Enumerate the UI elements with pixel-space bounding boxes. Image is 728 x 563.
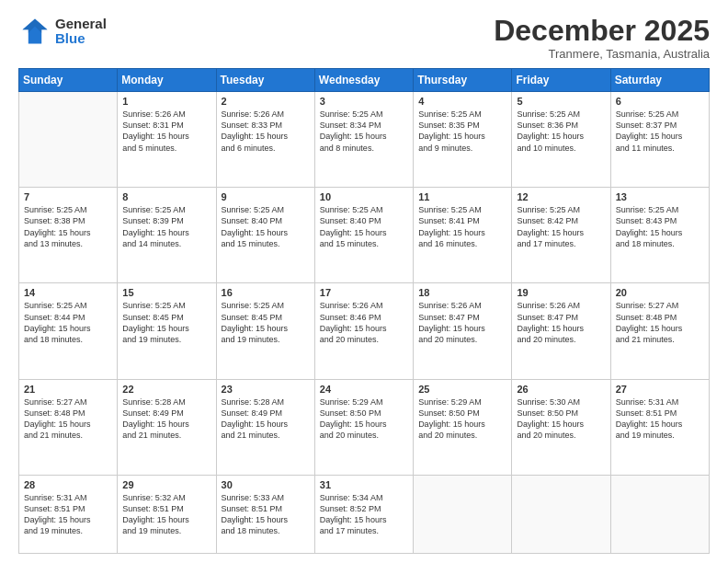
calendar-cell: 24Sunrise: 5:29 AM Sunset: 8:50 PM Dayli… (314, 379, 413, 475)
calendar-cell: 7Sunrise: 5:25 AM Sunset: 8:38 PM Daylig… (19, 188, 118, 283)
logo-text: General Blue (55, 17, 107, 47)
calendar-cell: 2Sunrise: 5:26 AM Sunset: 8:33 PM Daylig… (216, 92, 314, 188)
calendar-week-4: 28Sunrise: 5:31 AM Sunset: 8:51 PM Dayli… (19, 475, 710, 553)
day-detail: Sunrise: 5:26 AM Sunset: 8:31 PM Dayligh… (122, 109, 210, 154)
day-number: 3 (320, 96, 408, 107)
day-number: 30 (222, 479, 310, 490)
day-detail: Sunrise: 5:27 AM Sunset: 8:48 PM Dayligh… (24, 396, 112, 442)
day-number: 24 (320, 384, 408, 395)
day-number: 26 (517, 384, 605, 395)
calendar-cell: 8Sunrise: 5:25 AM Sunset: 8:39 PM Daylig… (118, 188, 216, 283)
day-detail: Sunrise: 5:25 AM Sunset: 8:38 PM Dayligh… (24, 204, 112, 249)
day-detail: Sunrise: 5:26 AM Sunset: 8:47 PM Dayligh… (517, 300, 605, 345)
day-detail: Sunrise: 5:25 AM Sunset: 8:41 PM Dayligh… (418, 204, 506, 249)
day-detail: Sunrise: 5:28 AM Sunset: 8:49 PM Dayligh… (122, 396, 210, 442)
calendar-week-1: 7Sunrise: 5:25 AM Sunset: 8:38 PM Daylig… (19, 188, 710, 283)
calendar-cell: 31Sunrise: 5:34 AM Sunset: 8:52 PM Dayli… (314, 475, 413, 553)
day-detail: Sunrise: 5:26 AM Sunset: 8:33 PM Dayligh… (222, 109, 310, 154)
day-number: 9 (222, 191, 310, 202)
calendar-header-monday: Monday (118, 69, 216, 92)
day-number: 19 (517, 287, 605, 298)
day-detail: Sunrise: 5:29 AM Sunset: 8:50 PM Dayligh… (320, 396, 408, 442)
calendar-header-wednesday: Wednesday (314, 69, 413, 92)
calendar-cell: 15Sunrise: 5:25 AM Sunset: 8:45 PM Dayli… (118, 283, 216, 379)
day-detail: Sunrise: 5:27 AM Sunset: 8:48 PM Dayligh… (616, 300, 704, 345)
day-number: 12 (517, 191, 605, 202)
day-number: 16 (222, 287, 310, 298)
day-number: 25 (418, 384, 506, 395)
month-title: December 2025 (494, 15, 710, 47)
calendar-header-friday: Friday (512, 69, 610, 92)
day-number: 11 (418, 191, 506, 202)
day-number: 15 (122, 287, 210, 298)
calendar-header-thursday: Thursday (414, 69, 512, 92)
calendar-cell (610, 475, 709, 553)
day-detail: Sunrise: 5:25 AM Sunset: 8:43 PM Dayligh… (616, 204, 704, 249)
calendar-cell (512, 475, 610, 553)
day-detail: Sunrise: 5:25 AM Sunset: 8:44 PM Dayligh… (24, 300, 112, 345)
day-number: 8 (122, 191, 210, 202)
calendar-cell: 25Sunrise: 5:29 AM Sunset: 8:50 PM Dayli… (414, 379, 512, 475)
calendar-cell: 19Sunrise: 5:26 AM Sunset: 8:47 PM Dayli… (512, 283, 610, 379)
day-number: 31 (320, 479, 408, 490)
calendar-cell: 1Sunrise: 5:26 AM Sunset: 8:31 PM Daylig… (118, 92, 216, 188)
day-number: 28 (24, 479, 112, 490)
calendar-cell: 27Sunrise: 5:31 AM Sunset: 8:51 PM Dayli… (610, 379, 709, 475)
day-number: 22 (122, 384, 210, 395)
calendar-cell: 11Sunrise: 5:25 AM Sunset: 8:41 PM Dayli… (414, 188, 512, 283)
logo-icon (18, 15, 51, 48)
calendar-cell: 12Sunrise: 5:25 AM Sunset: 8:42 PM Dayli… (512, 188, 610, 283)
day-detail: Sunrise: 5:26 AM Sunset: 8:47 PM Dayligh… (418, 300, 506, 345)
calendar-cell: 3Sunrise: 5:25 AM Sunset: 8:34 PM Daylig… (314, 92, 413, 188)
day-detail: Sunrise: 5:25 AM Sunset: 8:39 PM Dayligh… (122, 204, 210, 249)
day-detail: Sunrise: 5:25 AM Sunset: 8:45 PM Dayligh… (222, 300, 310, 345)
day-detail: Sunrise: 5:34 AM Sunset: 8:52 PM Dayligh… (320, 492, 408, 537)
calendar-cell (414, 475, 512, 553)
day-number: 14 (24, 287, 112, 298)
calendar-cell: 4Sunrise: 5:25 AM Sunset: 8:35 PM Daylig… (414, 92, 512, 188)
calendar-cell: 6Sunrise: 5:25 AM Sunset: 8:37 PM Daylig… (610, 92, 709, 188)
day-detail: Sunrise: 5:30 AM Sunset: 8:50 PM Dayligh… (517, 396, 605, 442)
logo: General Blue (18, 15, 107, 48)
day-detail: Sunrise: 5:33 AM Sunset: 8:51 PM Dayligh… (222, 492, 310, 537)
calendar-cell: 22Sunrise: 5:28 AM Sunset: 8:49 PM Dayli… (118, 379, 216, 475)
calendar-cell: 30Sunrise: 5:33 AM Sunset: 8:51 PM Dayli… (216, 475, 314, 553)
day-detail: Sunrise: 5:25 AM Sunset: 8:34 PM Dayligh… (320, 109, 408, 154)
day-number: 17 (320, 287, 408, 298)
day-detail: Sunrise: 5:25 AM Sunset: 8:45 PM Dayligh… (122, 300, 210, 345)
calendar-cell: 29Sunrise: 5:32 AM Sunset: 8:51 PM Dayli… (118, 475, 216, 553)
day-detail: Sunrise: 5:25 AM Sunset: 8:40 PM Dayligh… (222, 204, 310, 249)
day-number: 6 (616, 96, 704, 107)
day-detail: Sunrise: 5:25 AM Sunset: 8:40 PM Dayligh… (320, 204, 408, 249)
day-detail: Sunrise: 5:28 AM Sunset: 8:49 PM Dayligh… (222, 396, 310, 442)
day-number: 23 (222, 384, 310, 395)
calendar-cell (19, 92, 118, 188)
day-detail: Sunrise: 5:31 AM Sunset: 8:51 PM Dayligh… (24, 492, 112, 537)
calendar-header-row: SundayMondayTuesdayWednesdayThursdayFrid… (19, 69, 710, 92)
calendar-table: SundayMondayTuesdayWednesdayThursdayFrid… (18, 68, 710, 554)
calendar-cell: 5Sunrise: 5:25 AM Sunset: 8:36 PM Daylig… (512, 92, 610, 188)
calendar-week-3: 21Sunrise: 5:27 AM Sunset: 8:48 PM Dayli… (19, 379, 710, 475)
calendar-cell: 13Sunrise: 5:25 AM Sunset: 8:43 PM Dayli… (610, 188, 709, 283)
day-number: 5 (517, 96, 605, 107)
day-detail: Sunrise: 5:25 AM Sunset: 8:42 PM Dayligh… (517, 204, 605, 249)
calendar-header-sunday: Sunday (19, 69, 118, 92)
day-number: 10 (320, 191, 408, 202)
day-detail: Sunrise: 5:29 AM Sunset: 8:50 PM Dayligh… (418, 396, 506, 442)
calendar-cell: 17Sunrise: 5:26 AM Sunset: 8:46 PM Dayli… (314, 283, 413, 379)
day-number: 21 (24, 384, 112, 395)
day-number: 2 (222, 96, 310, 107)
location: Tranmere, Tasmania, Australia (494, 47, 710, 61)
calendar-cell: 28Sunrise: 5:31 AM Sunset: 8:51 PM Dayli… (19, 475, 118, 553)
day-detail: Sunrise: 5:26 AM Sunset: 8:46 PM Dayligh… (320, 300, 408, 345)
calendar-cell: 10Sunrise: 5:25 AM Sunset: 8:40 PM Dayli… (314, 188, 413, 283)
day-number: 27 (616, 384, 704, 395)
day-number: 7 (24, 191, 112, 202)
calendar-cell: 21Sunrise: 5:27 AM Sunset: 8:48 PM Dayli… (19, 379, 118, 475)
calendar-cell: 23Sunrise: 5:28 AM Sunset: 8:49 PM Dayli… (216, 379, 314, 475)
day-number: 4 (418, 96, 506, 107)
calendar-header-tuesday: Tuesday (216, 69, 314, 92)
logo-blue: Blue (55, 31, 107, 47)
day-number: 1 (122, 96, 210, 107)
calendar-cell: 18Sunrise: 5:26 AM Sunset: 8:47 PM Dayli… (414, 283, 512, 379)
